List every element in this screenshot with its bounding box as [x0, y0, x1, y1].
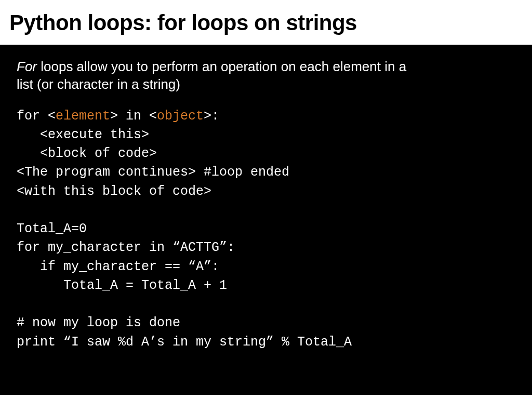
code-line-8: if my_character == “A”:	[17, 259, 219, 274]
intro-italic: For	[17, 59, 37, 74]
title-bar: Python loops: for loops on strings	[0, 0, 532, 45]
highlight-object: object	[157, 109, 204, 124]
code-line-5: <with this block of code>	[17, 184, 211, 199]
code-line-6: Total_A=0	[17, 221, 87, 236]
code-line-2: <execute this>	[17, 127, 149, 142]
slide-title: Python loops: for loops on strings	[9, 10, 523, 35]
code-line-7: for my_character in “ACTTG”:	[17, 240, 235, 255]
code-line-9: Total_A = Total_A + 1	[17, 278, 227, 293]
code-line-3: <block of code>	[17, 146, 157, 161]
code-block: for <element> in <object>: <execute this…	[17, 107, 515, 352]
code-line-11: print “I saw %d A’s in my string” % Tota…	[17, 335, 352, 350]
slide-content: For loops allow you to perform an operat…	[0, 45, 532, 395]
code-line-10: # now my loop is done	[17, 315, 180, 330]
highlight-element: element	[56, 109, 110, 124]
code-line-1: for <element> in <object>:	[17, 109, 219, 124]
code-line-4: <The program continues> #loop ended	[17, 165, 289, 180]
intro-paragraph: For loops allow you to perform an operat…	[17, 58, 411, 94]
intro-rest: loops allow you to perform an operation …	[17, 59, 406, 92]
